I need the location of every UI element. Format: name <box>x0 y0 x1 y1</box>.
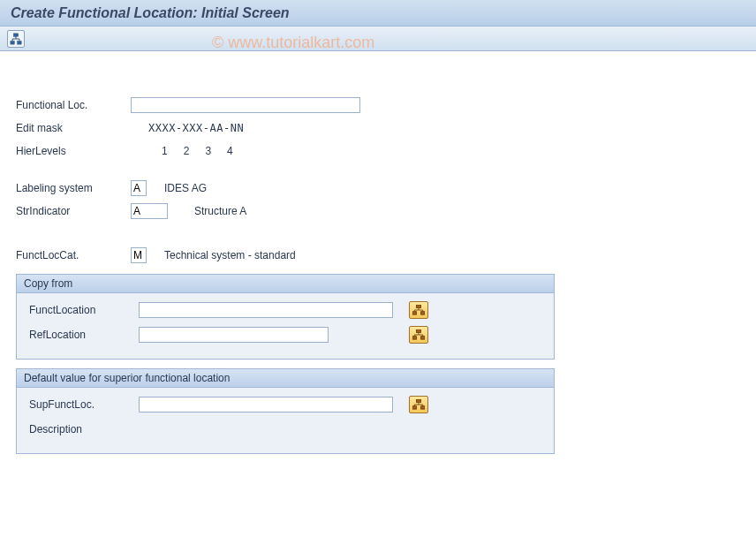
copy-funcloc-input[interactable] <box>139 302 393 318</box>
copy-from-header: Copy from <box>17 275 554 293</box>
default-value-header: Default value for superior functional lo… <box>17 369 554 388</box>
page-title: Create Functional Location: Initial Scre… <box>11 5 290 21</box>
editmask-label: Edit mask <box>16 122 131 134</box>
hierlevel-1: 1 <box>162 145 168 157</box>
default-value-group: Default value for superior functional lo… <box>16 368 555 454</box>
svg-rect-7 <box>416 305 420 307</box>
funcloccat-text: Technical system - standard <box>164 249 296 261</box>
svg-rect-16 <box>421 337 425 339</box>
svg-rect-15 <box>412 337 416 339</box>
strind-text: Structure A <box>194 205 246 217</box>
funcloc-label: Functional Loc. <box>16 99 131 111</box>
structure-icon <box>10 33 22 45</box>
labeling-text: IDES AG <box>164 182 207 194</box>
hierarchy-icon <box>412 305 425 315</box>
funcloccat-label: FunctLocCat. <box>16 249 131 261</box>
strind-label: StrIndicator <box>16 205 131 217</box>
svg-rect-22 <box>412 406 416 409</box>
copy-refloc-hierarchy-button[interactable] <box>409 326 428 344</box>
hierlevel-4: 4 <box>227 145 233 157</box>
hierarchy-icon <box>412 329 425 340</box>
funcloccat-input[interactable] <box>131 247 147 263</box>
copy-funcloc-label: FunctLocation <box>26 304 139 316</box>
strind-input[interactable] <box>131 203 168 219</box>
svg-rect-21 <box>416 399 420 402</box>
supfuncloc-input[interactable] <box>139 397 393 413</box>
labeling-label: Labeling system <box>16 182 131 194</box>
hierlevels-label: HierLevels <box>16 145 131 157</box>
svg-rect-0 <box>13 33 18 36</box>
hierlevel-3: 3 <box>205 145 211 157</box>
hierarchy-icon <box>412 399 425 410</box>
labeling-input[interactable] <box>131 180 147 196</box>
copy-funcloc-hierarchy-button[interactable] <box>409 301 428 319</box>
description-label: Description <box>26 423 139 435</box>
editmask-value: XXXX-XXX-AA-NN <box>148 122 244 134</box>
supfuncloc-hierarchy-button[interactable] <box>409 396 428 413</box>
svg-rect-9 <box>421 312 425 314</box>
hierlevel-2: 2 <box>184 145 190 157</box>
svg-rect-1 <box>11 41 14 44</box>
copy-refloc-label: RefLocation <box>26 329 139 341</box>
title-bar: Create Functional Location: Initial Scre… <box>0 0 756 26</box>
copy-from-group: Copy from FunctLocation <box>16 274 555 360</box>
supfuncloc-label: SupFunctLoc. <box>26 398 139 411</box>
svg-rect-14 <box>416 329 420 332</box>
svg-rect-2 <box>18 41 21 44</box>
hierlevels-values: 1 2 3 4 <box>162 145 233 157</box>
toolbar <box>0 26 756 51</box>
main-content: Functional Loc. Edit mask XXXX-XXX-AA-NN… <box>0 51 756 463</box>
copy-refloc-input[interactable] <box>139 327 329 343</box>
funcloc-input[interactable] <box>131 97 360 113</box>
svg-rect-23 <box>421 406 425 409</box>
svg-rect-8 <box>412 312 416 314</box>
structure-toolbar-button[interactable] <box>7 30 25 48</box>
